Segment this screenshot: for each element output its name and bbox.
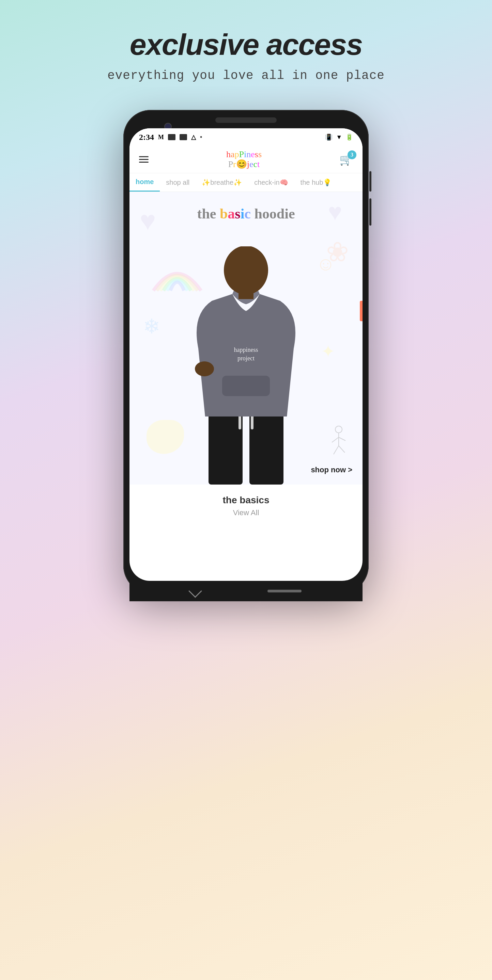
hamburger-line (139, 159, 149, 160)
tab-shop-all[interactable]: shop all (160, 174, 196, 191)
status-box-icon-2 (180, 134, 187, 140)
hero-section: ♥ ♥ ❀ ❄ ✦ (129, 192, 363, 485)
phone-vol-up (369, 171, 371, 192)
section-title: the basics (129, 495, 363, 506)
status-box-icon-1 (168, 134, 176, 140)
status-left: 2:34 M △ • (139, 133, 202, 142)
side-indicator (360, 301, 363, 321)
cloud-sticker: ❄ (143, 314, 160, 339)
status-right: 📳 ▼ 🔋 (325, 134, 353, 141)
app-logo: hapPiness Pr😊ject (226, 150, 262, 169)
svg-rect-7 (249, 410, 283, 485)
status-bar: 2:34 M △ • 📳 ▼ 🔋 (129, 128, 363, 146)
tab-bar: home shop all ✨breathe✨ check-in🧠 the hu… (129, 173, 363, 192)
tab-breathe[interactable]: ✨breathe✨ (196, 173, 248, 191)
vibrate-icon: 📳 (325, 134, 332, 141)
status-triangle-icon: △ (191, 134, 196, 141)
phone-speaker (215, 118, 277, 123)
tab-hub[interactable]: the hub💡 (294, 173, 338, 191)
tab-home[interactable]: home (129, 173, 160, 192)
wifi-icon: ▼ (336, 134, 342, 141)
svg-line-3 (339, 437, 345, 441)
tab-check-in[interactable]: check-in🧠 (248, 173, 294, 191)
phone-frame: 2:34 M △ • 📳 ▼ 🔋 hapPiness (123, 110, 369, 593)
page-subheadline: everything you love all in one place (107, 69, 385, 83)
bottom-section: the basics View All (129, 485, 363, 524)
svg-point-13 (195, 361, 214, 376)
phone-vol-down (369, 198, 371, 226)
hoodie-person-image: happiness project (185, 247, 307, 485)
svg-rect-10 (222, 375, 270, 396)
hero-title: the basic hoodie (129, 205, 363, 222)
stick-figure (329, 425, 349, 461)
view-all-link[interactable]: View All (129, 508, 363, 517)
logo-line1: hapPiness (226, 150, 262, 159)
svg-rect-6 (209, 410, 243, 485)
hamburger-line (139, 162, 149, 163)
svg-line-5 (339, 446, 345, 453)
shop-now-button[interactable]: shop now > (311, 466, 352, 474)
svg-text:happiness: happiness (234, 347, 258, 353)
status-dot: • (200, 134, 202, 141)
phone-bottom-bar (129, 581, 363, 601)
hamburger-line (139, 156, 149, 157)
svg-point-0 (335, 426, 342, 433)
svg-line-4 (334, 446, 339, 454)
star-sticker: ✦ (321, 342, 335, 361)
home-pill[interactable] (267, 590, 302, 592)
svg-text:project: project (238, 355, 254, 362)
nav-bar: hapPiness Pr😊ject 🛒 3 (129, 146, 363, 173)
blob-sticker (147, 420, 184, 454)
phone-screen: 2:34 M △ • 📳 ▼ 🔋 hapPiness (129, 128, 363, 581)
cart-badge: 3 (348, 150, 356, 159)
hamburger-menu[interactable] (139, 156, 149, 163)
logo-line2: Pr😊ject (226, 159, 262, 169)
page-headline: exclusive access (130, 27, 362, 62)
smiley-sticker: ☺ (316, 253, 335, 275)
svg-point-14 (224, 247, 268, 295)
gmail-icon: M (158, 134, 164, 141)
status-time: 2:34 (139, 133, 154, 142)
cart-button[interactable]: 🛒 3 (339, 153, 353, 166)
svg-line-2 (332, 437, 339, 442)
svg-rect-15 (238, 289, 254, 299)
back-button[interactable] (188, 584, 202, 598)
battery-icon: 🔋 (345, 134, 353, 141)
